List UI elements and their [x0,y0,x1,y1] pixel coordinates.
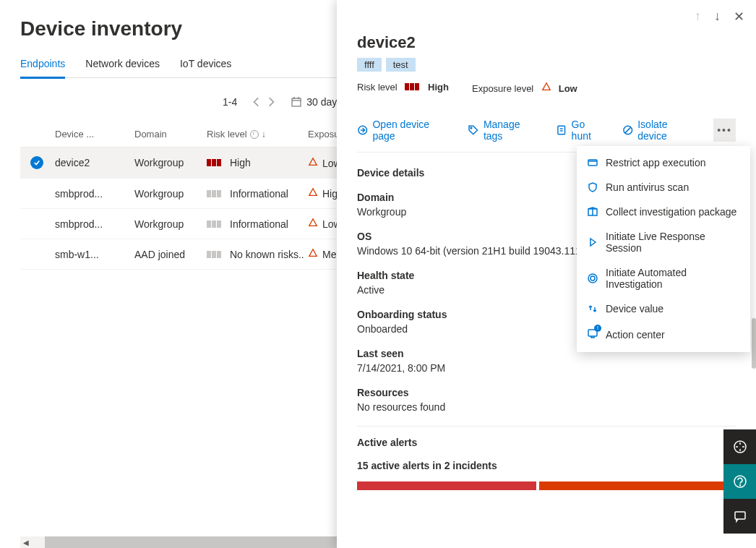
menu-label: Run antivirus scan [606,181,689,193]
rail-compass-button[interactable] [723,429,756,464]
exposure-level-value: Low [559,83,577,94]
menu-antivirus-scan[interactable]: Run antivirus scan [577,175,750,200]
panel-scrollbar[interactable] [752,318,756,369]
menu-label: Device value [606,303,663,314]
manage-tags-button[interactable]: Manage tags [468,119,540,142]
calendar-icon [291,96,302,108]
warning-icon [308,157,318,167]
help-rail [723,429,756,534]
sort-arrow-icon: ↓ [262,129,266,140]
shield-icon [587,181,598,193]
open-icon [357,124,368,136]
detail-value: 7/14/2021, 8:00 PM [357,362,736,374]
pager-text: 1-4 [223,96,237,108]
active-alerts-header[interactable]: Active alerts [357,437,417,448]
col-risk-label: Risk level [207,129,247,140]
cell-device: smbprod... [55,188,134,200]
feedback-icon [733,509,747,523]
package-icon [587,206,598,218]
svg-point-18 [740,485,741,486]
col-device[interactable]: Device ... [55,129,134,140]
cell-risk: Informational [207,188,308,200]
svg-rect-11 [588,160,597,166]
cell-risk: No known risks.. [207,249,308,260]
restrict-icon [587,157,598,168]
help-icon [733,474,747,489]
alerts-summary: 15 active alerts in 2 incidents [357,460,736,471]
menu-label: Initiate Automated Investigation [606,267,740,290]
panel-device-name: device2 [357,33,736,52]
cell-device: device2 [55,157,134,168]
tag[interactable]: test [386,58,416,72]
svg-rect-6 [558,126,565,134]
menu-collect-package[interactable]: Collect investigation package [577,200,750,224]
close-icon[interactable]: ✕ [734,9,744,25]
isolate-icon [622,124,633,136]
menu-automated-investigation[interactable]: Initiate Automated Investigation [577,260,750,296]
menu-device-value[interactable]: Device value [577,296,750,321]
cell-domain: Workgroup [134,218,207,230]
warning-icon [308,248,318,258]
notification-badge: ! [594,325,601,332]
cell-domain: Workgroup [134,188,207,200]
svg-line-10 [625,127,631,133]
svg-rect-19 [735,512,745,519]
rail-feedback-button[interactable] [723,499,756,534]
svg-rect-0 [292,98,301,106]
warning-icon [308,187,318,197]
menu-label: Collect investigation package [606,206,736,218]
tab-iot-devices[interactable]: IoT devices [180,58,231,77]
cell-domain: AAD joined [134,249,207,260]
open-device-page-button[interactable]: Open device page [357,119,452,142]
col-domain[interactable]: Domain [134,129,207,140]
menu-label: Restrict app execution [606,157,706,168]
risk-level-value: High [428,82,449,93]
risk-level-label: Risk level [357,82,398,93]
cell-risk: High [207,157,308,168]
svg-point-13 [590,276,595,281]
updown-icon [587,303,598,314]
gear-icon [587,273,598,284]
down-arrow-icon[interactable]: ↓ [714,9,721,25]
cell-device: smb-w1... [55,249,134,260]
menu-action-center[interactable]: ! Action center [577,321,750,348]
svg-point-14 [588,274,597,283]
exposure-level-label: Exposure level [472,83,533,94]
isolate-device-button[interactable]: Isolate device [622,119,697,142]
action-label: Manage tags [484,119,540,142]
cell-risk: Informational [207,218,308,230]
row-selected-icon[interactable] [30,156,43,169]
tab-endpoints[interactable]: Endpoints [20,58,65,79]
warning-icon [541,82,551,92]
detail-value: No resources found [357,401,736,413]
tab-network-devices[interactable]: Network devices [85,58,160,77]
cell-device: smbprod... [55,218,134,230]
more-actions-button[interactable]: ••• [713,119,736,142]
col-risk[interactable]: Risk level ↓ [207,129,308,140]
menu-label: Initiate Live Response Session [606,231,740,254]
menu-label: Action center [606,329,665,341]
menu-live-response[interactable]: Initiate Live Response Session [577,224,750,260]
chevron-left-icon[interactable] [250,95,263,108]
rail-help-button[interactable] [723,464,756,499]
scrollbar-thumb[interactable] [45,536,339,548]
go-hunt-button[interactable]: Go hunt [556,119,606,142]
time-filter-button[interactable]: 30 days [291,96,342,108]
up-arrow-icon[interactable]: ↑ [695,9,701,25]
action-label: Isolate device [637,119,697,142]
hunt-icon [556,124,567,136]
warning-icon [308,218,318,228]
svg-point-5 [471,127,472,129]
alerts-severity-bar [357,481,736,490]
action-label: Open device page [372,119,452,142]
tag-icon [468,124,478,136]
compass-icon [733,440,747,454]
info-icon[interactable] [250,130,259,139]
more-icon: ••• [717,124,732,136]
tag[interactable]: ffff [357,58,382,72]
chevron-right-icon[interactable] [265,95,278,108]
play-icon [587,236,598,248]
menu-restrict-app[interactable]: Restrict app execution [577,150,750,175]
cell-domain: Workgroup [134,157,207,168]
more-actions-menu: Restrict app execution Run antivirus sca… [577,146,750,352]
